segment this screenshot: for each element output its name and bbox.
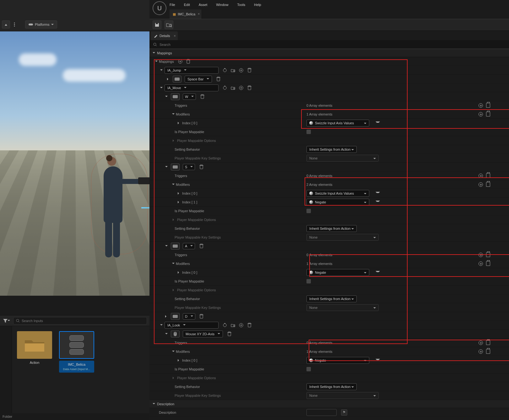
add-trigger-button[interactable] — [479, 341, 483, 345]
toolbar-button-a[interactable] — [2, 20, 10, 29]
menu-window[interactable]: Window — [216, 3, 228, 7]
is-player-mappable-label: Is Player Mappable — [175, 130, 204, 134]
clear-triggers-button[interactable] — [486, 252, 490, 257]
delete-action-button[interactable] — [247, 68, 252, 73]
menu-tools[interactable]: Tools — [237, 3, 245, 7]
add-modifier-button[interactable] — [479, 182, 483, 187]
menu-help[interactable]: Help — [254, 3, 261, 7]
browse-to-button[interactable] — [230, 85, 236, 90]
add-modifier-button[interactable] — [479, 261, 483, 266]
action-dropdown-look[interactable]: IA_Look — [165, 322, 219, 329]
menu-file[interactable]: File — [170, 3, 175, 7]
details-search[interactable]: Search — [149, 40, 509, 49]
modifier-dropdown[interactable]: Swizzle Input Axis Values — [306, 120, 369, 127]
expand-modifier-button[interactable] — [376, 192, 380, 196]
setting-behavior-dropdown[interactable]: Inherit Settings from Action — [306, 146, 357, 153]
key-dropdown[interactable]: A — [183, 243, 195, 249]
section-description[interactable]: Description — [149, 400, 509, 408]
player-mappable-key-settings-dropdown[interactable]: None — [306, 155, 379, 162]
setting-behavior-dropdown[interactable]: Inherit Settings from Action — [306, 225, 357, 232]
add-trigger-button[interactable] — [479, 253, 483, 257]
delete-key-button[interactable] — [199, 314, 204, 319]
player-mappable-key-settings-dropdown[interactable]: None — [306, 234, 379, 241]
clear-modifiers-button[interactable] — [486, 112, 490, 116]
menu-edit[interactable]: Edit — [184, 3, 190, 7]
action-dropdown-move[interactable]: IA_Move — [165, 84, 219, 91]
delete-key-button[interactable] — [199, 244, 204, 249]
expand-modifier-button[interactable] — [376, 201, 380, 205]
modifier-dropdown[interactable]: Negate — [306, 357, 369, 364]
setting-behavior-dropdown[interactable]: Inherit Settings from Action — [306, 295, 357, 302]
browse-to-button[interactable] — [230, 323, 236, 328]
cb-asset-imc-belica[interactable]: IMC_Belica Data Asset (Input M... — [59, 331, 94, 373]
modifier-dropdown[interactable]: Swizzle Input Axis Values — [306, 190, 369, 197]
key-picker-button[interactable] — [171, 93, 180, 100]
menu-asset[interactable]: Asset — [199, 3, 208, 7]
use-selected-button[interactable] — [222, 85, 227, 90]
player-mappable-options-label: Player Mappable Options — [177, 218, 216, 222]
delete-action-button[interactable] — [247, 323, 252, 328]
toolbar-button-b[interactable] — [13, 20, 16, 29]
details-tab[interactable]: Details × — [151, 31, 178, 40]
key-dropdown[interactable]: W — [183, 94, 196, 100]
cb-filter-button[interactable] — [3, 317, 11, 325]
delete-key-button[interactable] — [199, 164, 204, 170]
asset-tab[interactable]: ▦ IMC_Belica × — [170, 9, 202, 19]
key-picker-button[interactable] — [171, 243, 180, 250]
clear-triggers-button[interactable] — [486, 103, 490, 108]
asset-tab-close[interactable]: × — [198, 12, 200, 16]
add-key-button[interactable] — [239, 68, 244, 73]
platforms-dropdown[interactable]: Platforms — [25, 20, 57, 29]
clear-modifiers-button[interactable] — [486, 349, 490, 354]
delete-key-button[interactable] — [216, 77, 221, 82]
viewport[interactable] — [0, 31, 149, 296]
add-modifier-button[interactable] — [479, 349, 483, 354]
description-input[interactable] — [306, 409, 337, 416]
delete-key-button[interactable] — [200, 94, 205, 99]
browse-button[interactable] — [165, 20, 173, 29]
modifier-dropdown[interactable]: Negate — [306, 269, 369, 276]
browse-to-button[interactable] — [230, 68, 236, 73]
save-button[interactable] — [153, 20, 161, 29]
add-trigger-button[interactable] — [479, 103, 483, 108]
is-player-mappable-checkbox[interactable] — [306, 279, 311, 283]
details-tab-close[interactable]: × — [174, 34, 176, 38]
add-mapping-button[interactable] — [178, 59, 183, 64]
key-picker-button[interactable] — [171, 164, 180, 170]
expand-modifier-button[interactable] — [376, 271, 380, 275]
delete-action-button[interactable] — [247, 85, 252, 90]
is-player-mappable-checkbox[interactable] — [306, 367, 311, 371]
localize-button[interactable]: ⚑ — [341, 409, 347, 416]
add-modifier-button[interactable] — [479, 112, 483, 116]
key-dropdown-spacebar[interactable]: Space Bar — [185, 76, 212, 83]
key-dropdown-mouse[interactable]: Mouse XY 2D-Axis — [183, 331, 223, 337]
is-player-mappable-checkbox[interactable] — [306, 209, 311, 213]
use-selected-button[interactable] — [222, 68, 227, 73]
clear-modifiers-button[interactable] — [486, 182, 490, 187]
expand-modifier-button[interactable] — [376, 121, 380, 126]
clear-triggers-button[interactable] — [486, 340, 490, 345]
action-dropdown-jump[interactable]: IA_Jump — [165, 67, 219, 74]
clear-modifiers-button[interactable] — [486, 261, 490, 266]
expand-modifier-button[interactable] — [376, 359, 380, 363]
key-picker-mouse[interactable] — [171, 331, 180, 337]
setting-behavior-dropdown[interactable]: Inherit Settings from Action — [306, 383, 357, 390]
key-picker-button[interactable] — [171, 313, 180, 320]
modifier-dropdown[interactable]: Negate — [306, 199, 369, 206]
key-dropdown[interactable]: S — [183, 164, 195, 170]
is-player-mappable-checkbox[interactable] — [306, 130, 311, 134]
key-dropdown[interactable]: D — [183, 313, 195, 320]
add-trigger-button[interactable] — [479, 174, 483, 178]
key-picker-button[interactable] — [173, 76, 181, 83]
add-key-button[interactable] — [239, 85, 244, 90]
cb-search-input[interactable]: Search Inputs — [13, 317, 147, 325]
clear-triggers-button[interactable] — [486, 173, 490, 178]
clear-mappings-button[interactable] — [186, 59, 191, 64]
add-key-button[interactable] — [239, 323, 244, 328]
section-mappings[interactable]: Mappings — [149, 49, 509, 57]
player-mappable-key-settings-dropdown[interactable]: None — [306, 304, 379, 311]
player-mappable-key-settings-dropdown[interactable]: None — [306, 392, 379, 399]
use-selected-button[interactable] — [222, 323, 227, 328]
delete-key-button[interactable] — [227, 331, 232, 337]
cb-folder-action[interactable]: Action — [17, 331, 52, 364]
